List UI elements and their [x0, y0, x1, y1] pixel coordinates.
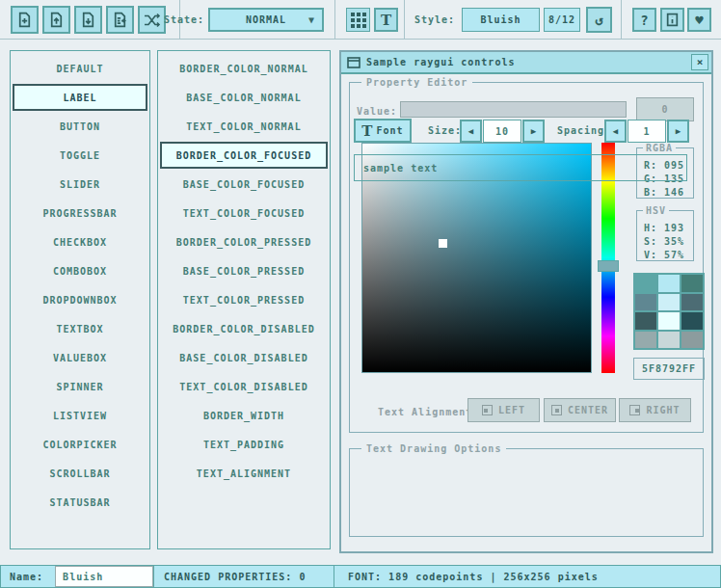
list-item[interactable]: BASE_COLOR_NORMAL: [160, 84, 328, 111]
palette-swatch[interactable]: [658, 332, 680, 349]
grid-icon: [351, 13, 366, 28]
font-panel-button[interactable]: T: [374, 8, 398, 32]
palette-swatch[interactable]: [658, 294, 680, 311]
spacing-decrease-button[interactable]: ◀: [604, 120, 627, 143]
list-item[interactable]: VALUEBOX: [13, 344, 147, 371]
chevron-down-icon: ▼: [308, 14, 314, 25]
list-item[interactable]: TEXT_COLOR_DISABLED: [160, 373, 328, 400]
list-item[interactable]: TEXT_COLOR_NORMAL: [160, 113, 328, 140]
palette-swatch[interactable]: [635, 275, 656, 292]
list-item[interactable]: BASE_COLOR_DISABLED: [160, 344, 328, 371]
hsv-v-value: V: 57%: [644, 250, 684, 260]
toolbar: State: NORMAL ▼ T Style: Bluish 8/12 ↺ ?…: [0, 0, 721, 40]
window-title: Sample raygui controls: [366, 57, 515, 67]
list-item[interactable]: BASE_COLOR_FOCUSED: [160, 171, 328, 198]
palette-swatch[interactable]: [635, 332, 656, 349]
reload-icon: ↺: [595, 13, 602, 28]
list-item[interactable]: SCROLLBAR: [13, 460, 147, 487]
list-item[interactable]: BORDER_COLOR_DISABLED: [160, 315, 328, 342]
save-file-button[interactable]: [74, 6, 102, 34]
palette-swatch[interactable]: [681, 312, 703, 330]
reload-style-button[interactable]: ↺: [586, 7, 612, 33]
palette-swatch[interactable]: [681, 294, 703, 311]
list-item[interactable]: PROGRESSBAR: [13, 200, 147, 227]
arrow-right-icon: ▶: [531, 126, 536, 136]
palette-swatch[interactable]: [635, 294, 656, 311]
size-increase-button[interactable]: ▶: [522, 120, 545, 143]
list-item[interactable]: BUTTON: [13, 113, 147, 140]
spacing-value-box[interactable]: 1: [628, 120, 666, 143]
list-item[interactable]: SLIDER: [13, 171, 147, 198]
align-center-label: CENTER: [568, 405, 608, 415]
list-item[interactable]: COLORPICKER: [13, 431, 147, 458]
list-item[interactable]: LABEL: [13, 84, 147, 111]
open-file-button[interactable]: [42, 6, 70, 34]
file-open-icon: [48, 12, 65, 28]
align-left-label: LEFT: [498, 405, 525, 415]
list-item[interactable]: TEXT_COLOR_FOCUSED: [160, 200, 328, 227]
size-decrease-button[interactable]: ◀: [460, 120, 482, 143]
value-box[interactable]: 0: [636, 97, 694, 121]
palette-swatch[interactable]: [658, 275, 680, 292]
list-item[interactable]: SPINNER: [13, 373, 147, 400]
list-item[interactable]: DEFAULT: [13, 55, 147, 82]
export-file-button[interactable]: [106, 6, 134, 34]
rgba-title: RGBA: [643, 143, 676, 153]
size-value-box[interactable]: 10: [483, 120, 521, 143]
hue-bar-handle[interactable]: [598, 260, 619, 272]
list-item[interactable]: BORDER_COLOR_FOCUSED: [160, 142, 328, 169]
list-item[interactable]: COMBOBOX: [13, 257, 147, 284]
list-item[interactable]: TOGGLE: [13, 142, 147, 169]
color-picker-cursor[interactable]: [439, 239, 447, 248]
icons-panel-button[interactable]: [346, 8, 370, 32]
list-item[interactable]: TEXTBOX: [13, 315, 147, 342]
random-style-button[interactable]: [138, 6, 166, 34]
style-name-button[interactable]: Bluish: [462, 8, 540, 32]
list-item[interactable]: TEXT_COLOR_PRESSED: [160, 286, 328, 313]
spacing-increase-button[interactable]: ▶: [667, 120, 689, 143]
align-center-button[interactable]: CENTER: [544, 398, 616, 422]
list-item[interactable]: STATUSBAR: [13, 489, 147, 516]
window-icon: [341, 57, 366, 68]
state-label: State:: [164, 14, 204, 25]
align-right-label: RIGHT: [646, 405, 680, 415]
toolbar-separator: [334, 0, 335, 39]
text-icon: T: [381, 12, 391, 29]
state-dropdown[interactable]: NORMAL ▼: [208, 8, 324, 32]
status-changed-section: CHANGED PROPERTIES: 0: [154, 565, 334, 588]
font-button[interactable]: T Font: [354, 119, 412, 143]
sample-text-value: sample text: [363, 163, 438, 174]
properties-listview: BORDER_COLOR_NORMALBASE_COLOR_NORMALTEXT…: [157, 50, 331, 549]
palette-swatch[interactable]: [681, 275, 703, 292]
hex-value-text: 5F8792FF: [642, 363, 696, 374]
list-item[interactable]: CHECKBOX: [13, 228, 147, 255]
state-dropdown-value: NORMAL: [246, 14, 286, 25]
value-slider[interactable]: [400, 101, 627, 118]
status-name-section: Name: Bluish: [0, 565, 154, 588]
hsv-h-value: H: 193: [644, 223, 684, 233]
align-right-button[interactable]: RIGHT: [619, 398, 691, 422]
help-button[interactable]: ?: [632, 8, 656, 32]
list-item[interactable]: DROPDOWNBOX: [13, 286, 147, 313]
list-item[interactable]: LISTVIEW: [13, 402, 147, 429]
style-color-palette: [633, 273, 705, 350]
sample-text-box[interactable]: sample text: [354, 154, 687, 181]
style-counter-button[interactable]: 8/12: [544, 8, 580, 32]
list-item[interactable]: BASE_COLOR_PRESSED: [160, 257, 328, 284]
about-button[interactable]: [660, 8, 684, 32]
list-item[interactable]: BORDER_COLOR_PRESSED: [160, 228, 328, 255]
palette-swatch[interactable]: [635, 312, 656, 330]
palette-swatch[interactable]: [681, 332, 703, 349]
style-name-input[interactable]: Bluish: [55, 566, 153, 587]
list-item[interactable]: BORDER_WIDTH: [160, 402, 328, 429]
list-item[interactable]: TEXT_ALIGNMENT: [160, 460, 328, 487]
window-titlebar[interactable]: Sample raygui controls ×: [341, 52, 711, 74]
new-file-button[interactable]: [11, 6, 39, 34]
sponsor-button[interactable]: ♥: [687, 8, 711, 32]
hex-value-box[interactable]: 5F8792FF: [633, 358, 705, 380]
palette-swatch[interactable]: [658, 312, 680, 330]
list-item[interactable]: BORDER_COLOR_NORMAL: [160, 55, 328, 82]
list-item[interactable]: TEXT_PADDING: [160, 431, 328, 458]
align-left-button[interactable]: LEFT: [467, 398, 540, 422]
close-button[interactable]: ×: [691, 54, 708, 70]
